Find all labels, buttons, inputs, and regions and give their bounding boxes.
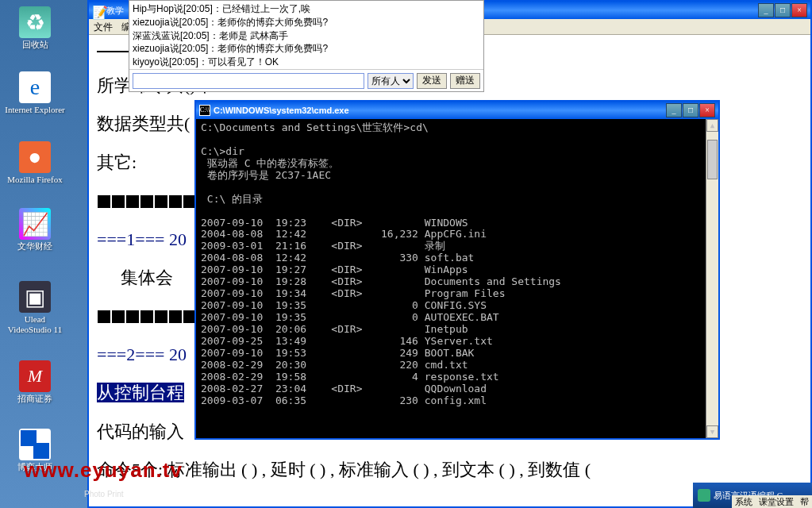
- doc-line-highlighted: 从控制台程: [97, 383, 184, 402]
- desktop-icon-internet-explorer[interactable]: eInternet Explorer: [5, 71, 65, 115]
- bottom-menu: 系统 课堂设置 帮: [732, 495, 812, 508]
- chat-window: Hip与Hop说[20:05]：已经错过上一次了,唉xiezuojia说[20:…: [129, 0, 484, 92]
- photo-print-label: Photo Print: [84, 490, 123, 498]
- menu-file[interactable]: 文件: [94, 21, 113, 33]
- cmd-scrollbar[interactable]: ▲▼: [706, 119, 718, 438]
- chat-message: Hip与Hop说[20:05]：已经错过上一次了,唉: [133, 2, 480, 16]
- scroll-thumb[interactable]: [707, 140, 718, 179]
- desktop-icon-firefox[interactable]: ●Mozilla Firefox: [5, 141, 65, 185]
- chat-message: xiezuojia说[20:05]：老师你的博弈大师免费吗?: [133, 42, 480, 56]
- ulead-icon: ▣: [19, 281, 51, 313]
- menu-system[interactable]: 系统: [735, 496, 752, 507]
- cmd-window: C:\\ C:\WINDOWS\system32\cmd.exe _ □ × C…: [194, 100, 720, 440]
- gift-button[interactable]: 赠送: [450, 73, 480, 89]
- send-button[interactable]: 发送: [417, 73, 447, 89]
- cmd-title: C:\WINDOWS\system32\cmd.exe: [214, 106, 666, 115]
- menu-classroom[interactable]: 课堂设置: [759, 496, 794, 507]
- chat-message: xiezuojia说[20:05]：老师你的博弈大师免费吗?: [133, 16, 480, 29]
- cmd-icon: C:\\: [199, 105, 210, 116]
- icon-label: Ulead VideoStudio 11: [5, 314, 65, 335]
- chat-input[interactable]: [133, 73, 364, 89]
- desktop-icon-ulead[interactable]: ▣Ulead VideoStudio 11: [5, 281, 65, 335]
- cmd-close-button[interactable]: ×: [699, 103, 715, 117]
- icon-label: 招商证券: [5, 394, 65, 404]
- wenhua-icon: 📈: [19, 208, 51, 240]
- zhaoshang-icon: M: [19, 360, 51, 392]
- chat-footer: 所有人 发送 赠送: [129, 69, 483, 91]
- doc-maximize-button[interactable]: □: [775, 3, 791, 17]
- recycle-bin-icon: ♻: [19, 6, 51, 38]
- taskbar-app-icon: [698, 489, 710, 502]
- icon-label: Mozilla Firefox: [5, 175, 65, 185]
- doc-minimize-button[interactable]: _: [758, 3, 774, 17]
- scroll-up-button[interactable]: ▲: [706, 119, 718, 132]
- cmd-minimize-button[interactable]: _: [666, 103, 682, 117]
- icon-label: 回收站: [5, 40, 65, 50]
- boyi-icon: [19, 429, 51, 460]
- cmd-titlebar[interactable]: C:\\ C:\WINDOWS\system32\cmd.exe _ □ ×: [196, 102, 718, 119]
- desktop-icon-wenhua[interactable]: 📈文华财经: [5, 208, 65, 252]
- chat-message: kiyoyo说[20:05]：可以看见了！OK: [133, 56, 480, 69]
- firefox-icon: ●: [19, 141, 51, 173]
- scroll-down-button[interactable]: ▼: [706, 425, 718, 438]
- doc-close-button[interactable]: ×: [791, 3, 807, 17]
- watermark: www.eyuyan.tv: [24, 458, 183, 483]
- cmd-maximize-button[interactable]: □: [683, 103, 698, 117]
- chat-target-select[interactable]: 所有人: [368, 73, 414, 89]
- doc-app-icon: 📝: [92, 5, 103, 16]
- internet-explorer-icon: e: [19, 71, 51, 103]
- chat-message: 深蓝浅蓝说[20:05]：老师是 武林高手: [133, 29, 480, 43]
- desktop-icon-zhaoshang[interactable]: M招商证券: [5, 360, 65, 404]
- cmd-output: C:\Documents and Settings\世宝软件>cd\ C:\>d…: [196, 119, 718, 438]
- menu-help[interactable]: 帮: [800, 496, 809, 507]
- icon-label: 文华财经: [5, 241, 65, 252]
- icon-label: Internet Explorer: [5, 105, 65, 115]
- chat-log: Hip与Hop说[20:05]：已经错过上一次了,唉xiezuojia说[20:…: [129, 1, 483, 69]
- desktop-icon-recycle-bin[interactable]: ♻回收站: [5, 6, 65, 50]
